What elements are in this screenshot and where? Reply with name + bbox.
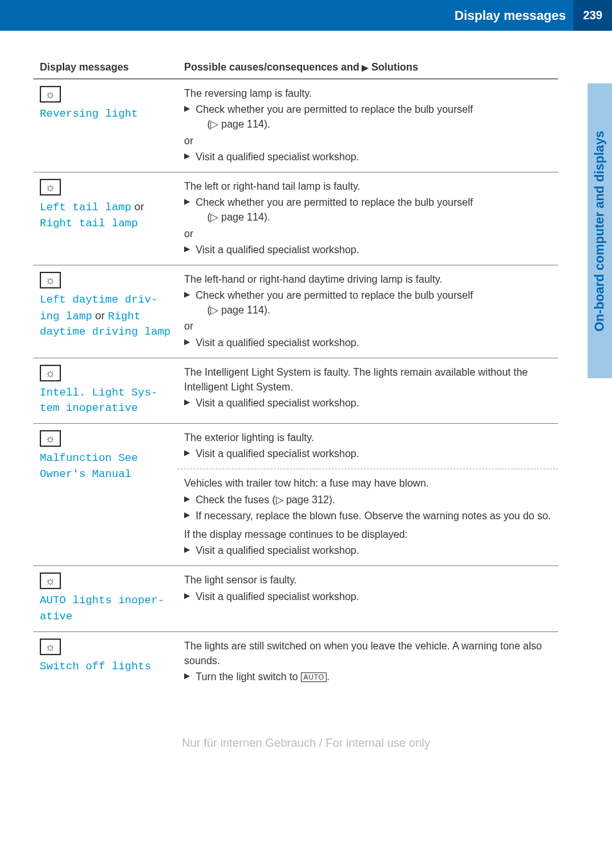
table-row: ☼ Switch off lights The lights are still… <box>33 631 558 692</box>
step-text: Turn the light switch to <box>196 671 301 682</box>
message-label: Reversing light <box>40 106 171 122</box>
table-row: ☼ Malfunction See Owner's Manual The ext… <box>33 424 558 469</box>
bulb-icon: ☼ <box>40 430 61 447</box>
bulb-icon: ☼ <box>40 179 61 196</box>
auto-icon: AUTO <box>301 672 327 682</box>
col2-text-a: Possible causes/consequences and <box>184 62 362 72</box>
message-cell: ☼ Reversing light <box>33 79 178 172</box>
solution-step: If necessary, replace the blown fuse. Ob… <box>184 508 552 523</box>
label-part: Left tail lamp <box>40 201 132 213</box>
or-text: or <box>184 133 552 148</box>
solution-step: Check the fuses (▷ page 312). <box>184 492 552 507</box>
cause-text: The Intelligent Light System is faulty. … <box>184 365 552 394</box>
table-row: ☼ Left daytime driv‐ ing lamp or Right d… <box>33 265 558 358</box>
message-label: Intell. Light Sys‐ tem inoperative <box>40 385 171 417</box>
solution-cell: The left-hand or right-hand daytime driv… <box>178 265 558 358</box>
step-text-end: . <box>327 671 329 682</box>
label-or: or <box>92 310 108 322</box>
page-title: Display messages <box>455 8 574 23</box>
solution-cell: The reversing lamp is faulty. Check whet… <box>178 79 558 172</box>
solution-step: Visit a qualified specialist workshop. <box>184 149 552 164</box>
footer-text: Nur für internen Gebrauch / For internal… <box>0 737 612 750</box>
message-cell: ☼ Malfunction See Owner's Manual <box>33 424 178 566</box>
bulb-icon: ☼ <box>40 365 61 381</box>
solution-cell: The lights are still switched on when yo… <box>178 631 558 692</box>
step-ref: (▷ page 114). <box>196 212 270 222</box>
table-row: ☼ Intell. Light Sys‐ tem inoperative The… <box>33 358 558 423</box>
message-label: AUTO lights inoper‐ ative <box>40 593 171 624</box>
message-cell: ☼ Intell. Light Sys‐ tem inoperative <box>33 358 178 423</box>
page-header: Display messages 239 <box>0 0 612 31</box>
message-cell: ☼ Left daytime driv‐ ing lamp or Right d… <box>33 265 178 358</box>
step-text: Check whether you are permitted to repla… <box>196 290 473 301</box>
bulb-icon: ☼ <box>40 572 61 589</box>
cause-text: The exterior lighting is faulty. <box>184 430 552 445</box>
solution-cell: Vehicles with trailer tow hitch: a fuse … <box>178 469 558 566</box>
message-cell: ☼ AUTO lights inoper‐ ative <box>33 566 178 631</box>
column-header-solutions: Possible causes/consequences and ▶ Solut… <box>178 56 558 79</box>
table-row: ☼ Reversing light The reversing lamp is … <box>33 79 558 172</box>
message-cell: ☼ Left tail lamp or Right tail lamp <box>33 172 178 265</box>
solution-step: Visit a qualified specialist workshop. <box>184 242 552 257</box>
cause-text: The light sensor is faulty. <box>184 572 552 587</box>
column-header-messages: Display messages <box>33 56 178 79</box>
messages-table: Display messages Possible causes/consequ… <box>33 56 558 692</box>
cause-text: The left-hand or right-hand daytime driv… <box>184 272 552 287</box>
col2-text-b: Solutions <box>368 62 418 72</box>
message-label: Left daytime driv‐ ing lamp or Right day… <box>40 292 171 340</box>
cause-text: The reversing lamp is faulty. <box>184 86 552 101</box>
solution-step: Check whether you are permitted to repla… <box>184 102 552 131</box>
bulb-icon: ☼ <box>40 638 61 655</box>
content-area: Display messages Possible causes/consequ… <box>0 31 612 711</box>
table-row: ☼ AUTO lights inoper‐ ative The light se… <box>33 566 558 631</box>
bulb-icon: ☼ <box>40 272 61 288</box>
cause-text: The left or right-hand tail lamp is faul… <box>184 179 552 194</box>
step-text: Check whether you are permitted to repla… <box>196 197 473 208</box>
solution-step: Visit a qualified specialist workshop. <box>184 396 552 410</box>
continue-text: If the display message continues to be d… <box>184 527 552 542</box>
bulb-icon: ☼ <box>40 86 61 103</box>
solution-step: Check whether you are permitted to repla… <box>184 288 552 317</box>
solution-step: Visit a qualified specialist workshop. <box>184 335 552 350</box>
solution-cell: The left or right-hand tail lamp is faul… <box>178 172 558 265</box>
solution-cell: The light sensor is faulty. Visit a qual… <box>178 566 558 631</box>
solution-cell: The Intelligent Light System is faulty. … <box>178 358 558 423</box>
or-text: or <box>184 319 552 333</box>
solution-step: Turn the light switch to AUTO. <box>184 669 552 684</box>
message-label: Left tail lamp or Right tail lamp <box>40 199 171 231</box>
step-ref: (▷ page 114). <box>196 305 270 315</box>
message-label: Malfunction See Owner's Manual <box>40 451 171 482</box>
label-part: Right tail lamp <box>40 217 138 230</box>
message-label: Switch off lights <box>40 659 171 675</box>
solution-step: Visit a qualified specialist workshop. <box>184 446 552 461</box>
solution-cell: The exterior lighting is faulty. Visit a… <box>178 424 558 469</box>
step-ref: (▷ page 114). <box>196 119 270 129</box>
solution-step: Check whether you are permitted to repla… <box>184 195 552 224</box>
page-number: 239 <box>574 0 612 31</box>
label-or: or <box>132 201 144 213</box>
solution-step: Visit a qualified specialist workshop. <box>184 589 552 604</box>
step-text: Check whether you are permitted to repla… <box>196 104 473 115</box>
message-cell: ☼ Switch off lights <box>33 631 178 692</box>
cause-text: The lights are still switched on when yo… <box>184 638 552 668</box>
triangle-icon: ▶ <box>362 63 368 72</box>
table-row: ☼ Left tail lamp or Right tail lamp The … <box>33 172 558 265</box>
or-text: or <box>184 226 552 241</box>
cause-text: Vehicles with trailer tow hitch: a fuse … <box>184 476 552 490</box>
solution-step: Visit a qualified specialist workshop. <box>184 543 552 558</box>
